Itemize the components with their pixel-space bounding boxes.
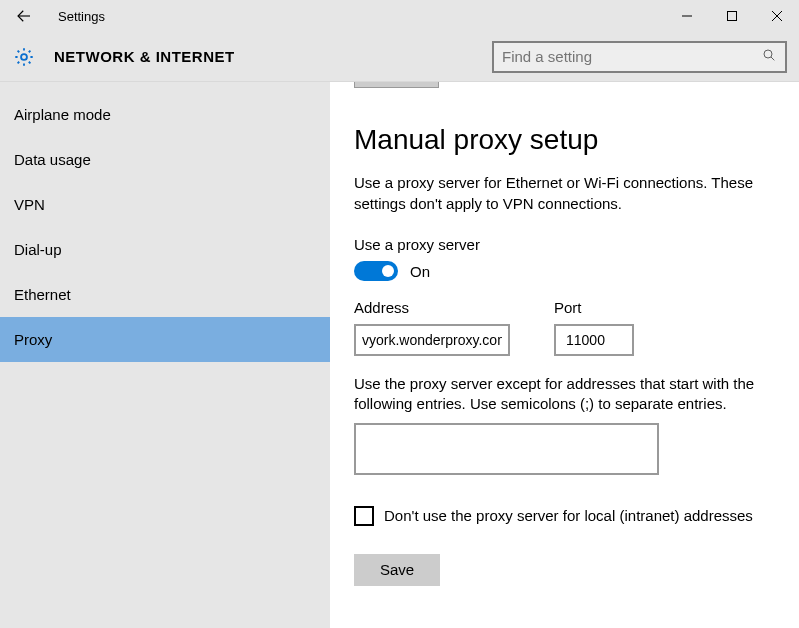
search-icon — [761, 47, 777, 66]
address-input[interactable] — [354, 324, 510, 356]
svg-line-7 — [771, 57, 774, 60]
sidebar-item-label: Ethernet — [14, 286, 71, 303]
main-panel: Manual proxy setup Use a proxy server fo… — [330, 82, 799, 628]
sidebar-item-label: VPN — [14, 196, 45, 213]
window-title: Settings — [58, 9, 105, 24]
bypass-description: Use the proxy server except for addresse… — [354, 374, 775, 415]
toggle-knob — [382, 265, 394, 277]
address-label: Address — [354, 299, 510, 316]
window-controls — [664, 0, 799, 32]
back-button[interactable] — [0, 0, 48, 32]
sidebar: Airplane mode Data usage VPN Dial-up Eth… — [0, 82, 330, 628]
section-title: Manual proxy setup — [354, 124, 775, 156]
maximize-button[interactable] — [709, 0, 754, 32]
header: NETWORK & INTERNET — [0, 32, 799, 82]
search-box[interactable] — [492, 41, 787, 73]
sidebar-item-label: Data usage — [14, 151, 91, 168]
port-input[interactable] — [554, 324, 634, 356]
save-button[interactable]: Save — [354, 554, 440, 586]
sidebar-item-data-usage[interactable]: Data usage — [0, 137, 330, 182]
svg-point-6 — [764, 50, 772, 58]
bypass-input[interactable] — [354, 423, 659, 475]
sidebar-item-label: Airplane mode — [14, 106, 111, 123]
gear-icon — [12, 45, 36, 69]
save-button-label: Save — [380, 561, 414, 578]
search-input[interactable] — [502, 48, 761, 65]
sidebar-item-ethernet[interactable]: Ethernet — [0, 272, 330, 317]
category-title: NETWORK & INTERNET — [54, 48, 235, 65]
sidebar-item-label: Proxy — [14, 331, 52, 348]
toggle-label: Use a proxy server — [354, 236, 775, 253]
toggle-state-label: On — [410, 263, 430, 280]
local-bypass-checkbox[interactable] — [354, 506, 374, 526]
svg-point-5 — [21, 54, 27, 60]
cut-off-element — [354, 82, 439, 88]
sidebar-item-airplane-mode[interactable]: Airplane mode — [0, 92, 330, 137]
section-description: Use a proxy server for Ethernet or Wi-Fi… — [354, 172, 774, 214]
sidebar-item-label: Dial-up — [14, 241, 62, 258]
title-bar: Settings — [0, 0, 799, 32]
close-button[interactable] — [754, 0, 799, 32]
sidebar-item-dial-up[interactable]: Dial-up — [0, 227, 330, 272]
sidebar-item-proxy[interactable]: Proxy — [0, 317, 330, 362]
port-label: Port — [554, 299, 634, 316]
local-bypass-label: Don't use the proxy server for local (in… — [384, 507, 753, 524]
minimize-button[interactable] — [664, 0, 709, 32]
use-proxy-toggle[interactable] — [354, 261, 398, 281]
svg-rect-2 — [727, 12, 736, 21]
sidebar-item-vpn[interactable]: VPN — [0, 182, 330, 227]
